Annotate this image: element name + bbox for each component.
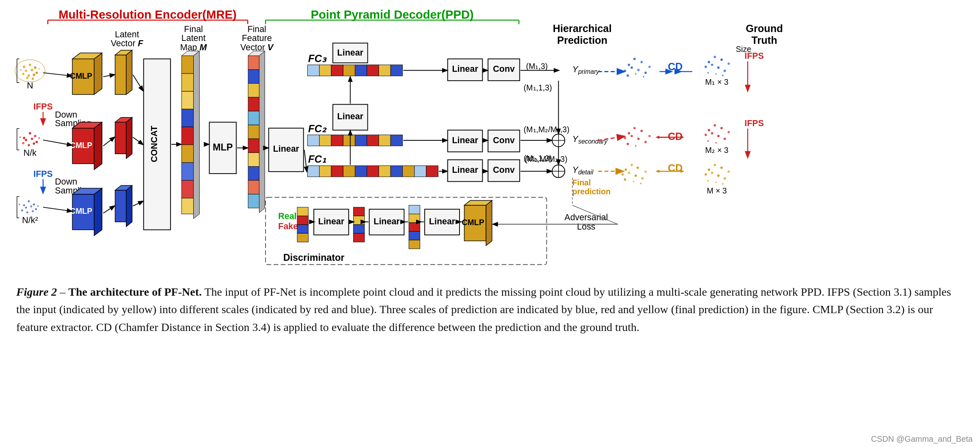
svg-point-181 — [630, 135, 633, 137]
gt-title: Ground — [746, 23, 783, 34]
svg-point-172 — [644, 71, 647, 74]
svg-marker-76 — [126, 185, 132, 226]
svg-rect-126 — [355, 135, 367, 146]
disc-linear1-label: Linear — [318, 217, 345, 226]
final-latent-map — [181, 51, 199, 219]
svg-marker-55 — [94, 53, 102, 95]
svg-point-188 — [625, 168, 627, 171]
svg-rect-246 — [297, 216, 308, 224]
svg-point-16 — [26, 77, 28, 79]
svg-point-178 — [628, 132, 630, 135]
svg-point-232 — [715, 142, 717, 144]
svg-point-198 — [640, 183, 642, 184]
svg-point-15 — [33, 73, 35, 76]
svg-point-231 — [707, 140, 709, 142]
svg-point-227 — [717, 135, 720, 137]
svg-rect-84 — [181, 56, 193, 73]
final-pred-label: Final — [572, 178, 591, 187]
svg-rect-102 — [248, 111, 259, 125]
hier-title: Hierarchical — [553, 23, 612, 34]
svg-point-185 — [648, 135, 651, 137]
svg-point-219 — [707, 72, 709, 73]
svg-point-194 — [622, 173, 624, 176]
cmlp2-box: CMLP — [70, 122, 102, 170]
svg-point-37 — [23, 204, 25, 206]
linear-mid2-label: Linear — [337, 48, 364, 58]
svg-rect-250 — [354, 216, 365, 224]
y-secondary-label: Ysecondary — [572, 134, 608, 145]
ppd-title: Point Pyramid Decoder(PPD) — [311, 8, 473, 21]
svg-marker-70 — [126, 50, 132, 95]
svg-point-6 — [15, 60, 45, 82]
svg-point-28 — [36, 141, 38, 143]
svg-line-65 — [43, 73, 71, 76]
mre-title: Multi-Resolution Encoder(MRE) — [58, 8, 237, 21]
svg-point-239 — [723, 177, 726, 180]
svg-rect-101 — [248, 97, 259, 111]
dim-m1-1-3: (M₁,1,3) — [524, 83, 552, 92]
svg-point-38 — [28, 200, 30, 202]
svg-point-240 — [705, 173, 707, 176]
ifps1-label: IFPS — [33, 102, 53, 112]
svg-point-221 — [722, 75, 723, 76]
svg-point-184 — [624, 137, 626, 139]
svg-rect-133 — [343, 166, 355, 177]
svg-point-182 — [637, 138, 640, 140]
blue-pointcloud: N/k² — [17, 197, 39, 225]
svg-point-25 — [34, 135, 37, 137]
svg-point-211 — [708, 61, 710, 63]
svg-point-237 — [711, 172, 713, 174]
svg-point-45 — [32, 210, 34, 212]
svg-rect-120 — [379, 65, 391, 76]
mlp-label: MLP — [213, 142, 233, 153]
svg-point-213 — [721, 58, 723, 61]
svg-line-78 — [103, 137, 114, 146]
pred-red-cloud — [624, 127, 651, 147]
final-latent-label2: Latent — [181, 33, 206, 43]
gt-yellow-cloud — [705, 164, 730, 185]
svg-point-41 — [30, 206, 32, 208]
red-pointcloud: N/k — [17, 129, 40, 158]
svg-point-19 — [38, 68, 40, 70]
svg-rect-74 — [115, 190, 126, 222]
svg-marker-63 — [94, 188, 102, 236]
latent-bar-red — [115, 118, 132, 159]
svg-point-228 — [723, 138, 726, 140]
disc-bar1 — [297, 207, 308, 242]
svg-line-83 — [133, 201, 142, 206]
diagram-area: Multi-Resolution Encoder(MRE) Point Pyra… — [12, 8, 968, 276]
page-container: Multi-Resolution Encoder(MRE) Point Pyra… — [0, 0, 980, 447]
svg-point-29 — [22, 142, 24, 144]
svg-point-175 — [626, 74, 629, 77]
svg-rect-118 — [355, 65, 367, 76]
svg-rect-98 — [248, 56, 259, 69]
ffv-label2: Feature — [242, 33, 272, 43]
svg-line-81 — [133, 75, 142, 90]
svg-text:CMLP: CMLP — [70, 141, 92, 150]
pred-yellow-cloud — [622, 164, 647, 185]
svg-point-187 — [635, 145, 637, 147]
svg-rect-137 — [391, 166, 402, 177]
svg-point-7 — [23, 66, 25, 68]
svg-point-40 — [25, 206, 27, 208]
svg-rect-115 — [319, 65, 331, 76]
svg-rect-85 — [181, 73, 193, 91]
svg-rect-135 — [367, 166, 379, 177]
svg-point-242 — [707, 180, 709, 182]
svg-point-12 — [36, 71, 38, 74]
svg-point-46 — [19, 204, 20, 205]
svg-point-243 — [715, 182, 717, 183]
svg-rect-116 — [331, 65, 343, 76]
svg-point-179 — [633, 127, 636, 129]
svg-rect-247 — [297, 225, 308, 233]
down1-label: Down — [55, 110, 77, 120]
y-detail-label: Ydetail — [572, 165, 594, 176]
svg-point-11 — [31, 69, 33, 71]
svg-rect-140 — [426, 166, 438, 177]
svg-point-225 — [721, 127, 723, 129]
conv-fc2-label: Conv — [493, 135, 515, 145]
svg-point-241 — [727, 170, 730, 173]
svg-point-183 — [644, 141, 647, 143]
svg-rect-68 — [115, 55, 126, 95]
svg-rect-123 — [319, 135, 331, 146]
